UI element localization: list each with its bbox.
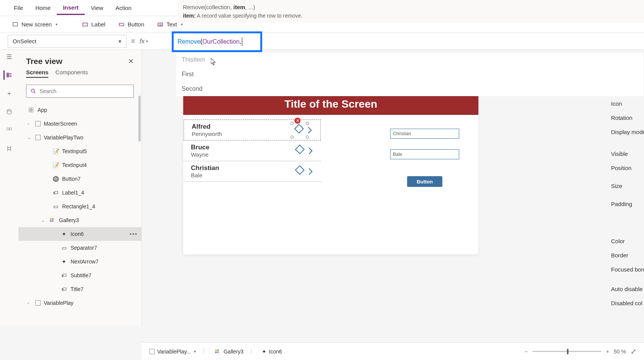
text-input-2[interactable]: Bale bbox=[390, 149, 459, 159]
tree-node-icon6[interactable]: ✦Icon6 ••• bbox=[18, 227, 141, 241]
tree-node-subtitle7[interactable]: 🏷Subtitle7 bbox=[18, 268, 141, 282]
gallery-row-1[interactable]: ✕ Alfred Pennyworth bbox=[184, 119, 321, 141]
autocomplete-item-second[interactable]: Second bbox=[176, 82, 643, 96]
text-input-1[interactable]: Christian bbox=[390, 129, 459, 139]
breadcrumb-icon[interactable]: ✦ Icon6 bbox=[262, 349, 282, 355]
canvas[interactable]: Title of the Screen ✕ Alfred Pennyworth … bbox=[183, 93, 478, 254]
chevron-right-icon[interactable]: › bbox=[28, 122, 32, 126]
hamburger-icon[interactable]: ☰ bbox=[5, 52, 14, 61]
zoom-thumb[interactable] bbox=[567, 349, 568, 354]
prop-disabledcolor[interactable]: Disabled col bbox=[609, 296, 644, 310]
fit-to-window-icon[interactable]: ⤢ bbox=[631, 347, 636, 356]
new-screen-button[interactable]: New screen ▾ bbox=[8, 19, 62, 30]
text-cursor bbox=[242, 38, 242, 46]
menu-home[interactable]: Home bbox=[29, 2, 57, 14]
prop-size[interactable]: Size bbox=[609, 179, 644, 193]
media-icon[interactable] bbox=[5, 126, 14, 135]
edit-icon[interactable] bbox=[293, 144, 314, 158]
breadcrumb-gallery[interactable]: Gallery3 bbox=[214, 348, 243, 355]
zoom-in-button[interactable]: + bbox=[606, 349, 609, 355]
chevron-down-icon[interactable]: ⌄ bbox=[41, 218, 46, 223]
chevron-right-icon[interactable]: › bbox=[28, 301, 32, 305]
tree-label: NextArrow7 bbox=[71, 259, 99, 265]
prop-border[interactable]: Border bbox=[609, 248, 644, 262]
tree-node-gallery3[interactable]: ⌄ Gallery3 bbox=[18, 213, 141, 227]
tools-icon[interactable] bbox=[5, 144, 14, 153]
gallery-row-3[interactable]: Christian Bale bbox=[183, 161, 321, 182]
chevron-right-icon bbox=[308, 147, 314, 155]
tree-node-textinput5[interactable]: 📝TextInput5 bbox=[18, 144, 141, 158]
chevron-down-icon[interactable]: ▾ bbox=[146, 39, 148, 43]
button-insert[interactable]: Button bbox=[114, 19, 149, 30]
autocomplete-dropdown: ThisItem First Second bbox=[176, 52, 643, 96]
data-icon[interactable] bbox=[5, 107, 14, 116]
prop-padding[interactable]: Padding bbox=[609, 197, 644, 211]
more-icon[interactable]: ••• bbox=[130, 231, 138, 237]
prop-autodisable[interactable]: Auto disable bbox=[609, 282, 644, 296]
checkbox[interactable] bbox=[35, 135, 41, 140]
prop-rotation[interactable]: Rotation bbox=[609, 111, 644, 125]
menu-insert[interactable]: Insert bbox=[57, 1, 85, 15]
canvas-button[interactable]: Button bbox=[407, 176, 442, 187]
prop-color[interactable]: Color bbox=[609, 234, 644, 248]
tree-node-title7[interactable]: 🏷Title7 bbox=[18, 282, 141, 296]
properties-panel: Icon Rotation Display mode Visible Posit… bbox=[609, 93, 644, 316]
tree-node-variableplay[interactable]: › VariablePlay bbox=[18, 296, 141, 310]
svg-rect-12 bbox=[29, 110, 31, 112]
tree-node-app[interactable]: App bbox=[18, 103, 141, 117]
tree-search[interactable] bbox=[26, 85, 134, 98]
chevron-down-icon[interactable]: ▾ bbox=[194, 349, 196, 353]
search-input[interactable] bbox=[39, 88, 130, 94]
svg-rect-10 bbox=[29, 108, 31, 110]
tree-node-separator7[interactable]: ▭Separator7 bbox=[18, 241, 141, 255]
search-icon bbox=[30, 88, 36, 94]
tree-label: Button7 bbox=[62, 176, 80, 182]
label-button[interactable]: Label bbox=[77, 19, 110, 30]
tree-node-masterscreen[interactable]: › MasterScreen bbox=[18, 117, 141, 131]
gallery-row-2[interactable]: Bruce Wayne bbox=[183, 141, 321, 161]
tree-view-icon[interactable] bbox=[3, 70, 13, 80]
fx-icon[interactable]: fx bbox=[140, 38, 145, 45]
close-icon[interactable]: ✕ bbox=[128, 57, 134, 65]
edit-icon[interactable] bbox=[292, 123, 313, 137]
autocomplete-item-thisitem[interactable]: ThisItem bbox=[176, 52, 643, 67]
tree-node-nextarrow7[interactable]: ✦NextArrow7 bbox=[18, 255, 141, 268]
menu-action[interactable]: Action bbox=[109, 2, 138, 14]
param-name: item: bbox=[183, 13, 196, 19]
zoom-slider[interactable] bbox=[532, 351, 601, 352]
prop-icon[interactable]: Icon bbox=[609, 97, 644, 111]
checkbox[interactable] bbox=[35, 121, 41, 126]
tree-node-textinput4[interactable]: 📝TextInput4 bbox=[18, 158, 141, 172]
menu-view[interactable]: View bbox=[85, 2, 109, 14]
formula-arg: OurCollection bbox=[202, 38, 240, 45]
scrollbar[interactable] bbox=[138, 101, 141, 142]
textinput-icon: 📝 bbox=[52, 162, 59, 169]
prop-position[interactable]: Position bbox=[609, 161, 644, 175]
gallery[interactable]: ✕ Alfred Pennyworth Bruce Wayne bbox=[183, 115, 321, 187]
tab-components[interactable]: Components bbox=[55, 69, 88, 78]
tab-screens[interactable]: Screens bbox=[26, 69, 48, 78]
formula-highlight-box: Remove(OurCollection, bbox=[172, 31, 262, 52]
tree-node-label14[interactable]: 🏷Label1_4 bbox=[18, 186, 141, 200]
checkbox[interactable] bbox=[150, 349, 155, 354]
insert-icon[interactable]: ＋ bbox=[5, 89, 14, 98]
chevron-down-icon[interactable]: ⌄ bbox=[28, 136, 32, 140]
tree-node-variableplaytwo[interactable]: ⌄ VariablePlayTwo bbox=[18, 131, 141, 144]
label-text: Label bbox=[91, 21, 105, 28]
property-selector[interactable]: OnSelect ▾ bbox=[8, 35, 127, 48]
edit-icon[interactable] bbox=[293, 165, 314, 178]
signature-current-param: item bbox=[233, 4, 245, 10]
tree-node-rectangle14[interactable]: ▭Rectangle1_4 bbox=[18, 200, 141, 213]
autocomplete-item-first[interactable]: First bbox=[176, 67, 643, 82]
prop-focusedborder[interactable]: Focused border bbox=[609, 262, 644, 277]
zoom-out-button[interactable]: − bbox=[525, 349, 528, 355]
prop-visible[interactable]: Visible bbox=[609, 147, 644, 161]
tree-node-button7[interactable]: 🔘Button7 bbox=[18, 172, 141, 186]
text-label: Text bbox=[166, 21, 177, 28]
row-first-name: Bruce bbox=[191, 144, 293, 151]
checkbox[interactable] bbox=[35, 300, 41, 306]
prop-displaymode[interactable]: Display mode bbox=[609, 125, 644, 139]
tree-label: TextInput5 bbox=[62, 148, 87, 154]
menu-file[interactable]: File bbox=[8, 2, 29, 14]
breadcrumb-screen[interactable]: VariablePlay... ▾ bbox=[150, 349, 196, 355]
